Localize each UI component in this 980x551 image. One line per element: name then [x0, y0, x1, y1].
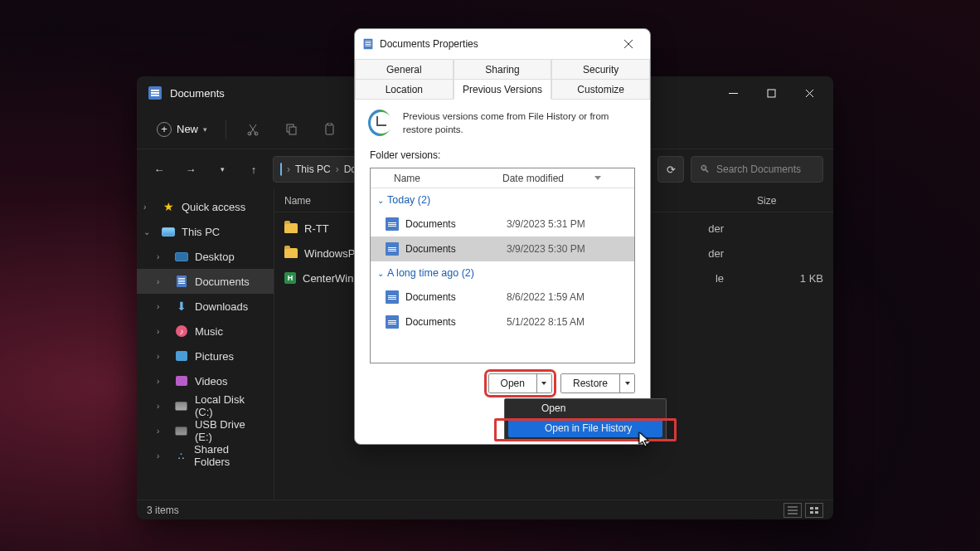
- chevron-down-icon: ⌄: [377, 196, 384, 205]
- chevron-icon: ›: [157, 402, 168, 411]
- sidebar-item-label: Music: [195, 325, 223, 338]
- col-size-header[interactable]: Size: [757, 195, 823, 207]
- sidebar-item[interactable]: ›Desktop: [137, 244, 274, 269]
- sidebar-item-label: Documents: [195, 276, 250, 288]
- documents-icon: [177, 276, 187, 287]
- sidebar-item[interactable]: ›USB Drive (E:): [137, 418, 274, 443]
- svg-point-4: [248, 132, 251, 135]
- cut-button[interactable]: [236, 115, 269, 144]
- sidebar-item-label: Videos: [195, 375, 228, 388]
- recent-chevron-icon[interactable]: ▾: [210, 157, 235, 182]
- tab-general[interactable]: General: [355, 60, 454, 80]
- version-row[interactable]: Documents8/6/2022 1:59 AM: [371, 285, 634, 310]
- sidebar-item[interactable]: ›Local Disk (C:): [137, 393, 274, 418]
- picture-icon: [176, 351, 187, 361]
- status-bar: 3 items: [137, 500, 833, 519]
- sidebar-item-label: USB Drive (E:): [195, 418, 265, 443]
- chevron-down-icon: ⌄: [377, 269, 384, 278]
- star-icon: ★: [163, 200, 174, 213]
- sidebar-item[interactable]: ›Documents: [137, 269, 274, 294]
- svg-rect-7: [289, 127, 296, 134]
- tab-customize[interactable]: Customize: [551, 80, 650, 100]
- version-group-header[interactable]: ⌄A long time ago (2): [371, 261, 634, 285]
- dropdown-item-open[interactable]: Open: [505, 399, 666, 417]
- shared-icon: ⛬: [176, 450, 187, 462]
- paste-button[interactable]: [313, 115, 346, 144]
- sidebar-item[interactable]: ›★Quick access: [137, 194, 274, 219]
- folder-icon: [284, 248, 298, 258]
- tab-location[interactable]: Location: [355, 80, 454, 100]
- open-button-label[interactable]: Open: [489, 374, 536, 393]
- plus-icon: +: [157, 122, 172, 137]
- version-date: 3/9/2023 5:31 PM: [507, 218, 585, 230]
- file-size: 1 KB: [757, 272, 823, 285]
- copy-button[interactable]: [274, 115, 308, 144]
- sidebar-item[interactable]: ›♪Music: [137, 319, 274, 344]
- up-button[interactable]: ↑: [241, 157, 266, 182]
- dropdown-background: Open Open in File History: [504, 398, 667, 441]
- file-name: R-TT: [304, 222, 329, 235]
- restore-split-button[interactable]: Restore: [560, 373, 635, 393]
- close-button[interactable]: [615, 32, 642, 56]
- version-name: Documents: [405, 218, 507, 230]
- chevron-icon: ›: [157, 427, 168, 436]
- history-icon: [368, 110, 391, 136]
- search-input[interactable]: 🔍︎ Search Documents: [691, 156, 823, 183]
- svg-rect-14: [815, 507, 818, 510]
- documents-icon: [386, 290, 399, 304]
- maximize-button[interactable]: [752, 80, 790, 106]
- version-date: 3/9/2023 5:30 PM: [507, 243, 585, 255]
- sidebar-item[interactable]: ›Pictures: [137, 344, 274, 368]
- header-name[interactable]: Name: [371, 168, 499, 188]
- sidebar-item[interactable]: ⌄This PC: [137, 219, 274, 244]
- version-name: Documents: [405, 316, 507, 328]
- version-group-header[interactable]: ⌄Today (2): [371, 188, 634, 212]
- back-button[interactable]: ←: [147, 157, 172, 182]
- chevron-icon: ›: [143, 202, 155, 212]
- minimize-button[interactable]: [714, 80, 752, 106]
- restore-dropdown-arrow[interactable]: [619, 374, 634, 393]
- svg-rect-15: [810, 511, 813, 514]
- open-split-button[interactable]: Open: [488, 373, 552, 393]
- sidebar-item[interactable]: ›⛬Shared Folders: [137, 443, 274, 468]
- forward-button[interactable]: →: [178, 157, 203, 182]
- sidebar-item-label: Pictures: [195, 350, 234, 363]
- svg-rect-1: [768, 90, 775, 97]
- chevron-icon: ›: [157, 377, 168, 386]
- dialog-title: Documents Properties: [380, 38, 478, 50]
- chevron-icon: ›: [157, 277, 168, 286]
- version-row[interactable]: Documents5/1/2022 8:15 AM: [371, 310, 634, 334]
- list-headers[interactable]: Name Date modified: [371, 168, 634, 188]
- tab-sharing[interactable]: Sharing: [454, 60, 552, 80]
- documents-icon: [386, 217, 399, 231]
- sidebar-item[interactable]: ›⬇Downloads: [137, 294, 274, 319]
- folder-versions-list: Name Date modified ⌄Today (2)Documents3/…: [370, 168, 635, 363]
- icons-view-button[interactable]: [805, 503, 823, 518]
- new-button[interactable]: + New ▾: [148, 117, 216, 142]
- music-icon: ♪: [176, 325, 187, 337]
- documents-icon: [148, 86, 162, 100]
- details-view-button[interactable]: [784, 503, 802, 518]
- chevron-icon: ›: [157, 252, 168, 261]
- version-row[interactable]: Documents3/9/2023 5:30 PM: [371, 236, 634, 261]
- breadcrumb-segment[interactable]: This PC: [295, 163, 331, 175]
- version-date: 8/6/2022 1:59 AM: [507, 291, 585, 303]
- dropdown-item-open-file-history[interactable]: Open in File History: [508, 419, 662, 437]
- restore-button-label[interactable]: Restore: [561, 374, 619, 393]
- tab-security[interactable]: Security: [551, 60, 650, 80]
- search-icon: 🔍︎: [700, 163, 710, 175]
- status-text: 3 items: [147, 505, 179, 516]
- dialog-titlebar[interactable]: Documents Properties: [355, 29, 650, 59]
- chevron-right-icon: ›: [336, 163, 339, 175]
- usb-icon: [175, 427, 187, 436]
- sidebar-item-label: Quick access: [182, 201, 245, 213]
- header-date[interactable]: Date modified: [499, 168, 634, 188]
- toolbar-divider: [226, 119, 226, 139]
- tab-previous-versions[interactable]: Previous Versions: [454, 80, 552, 100]
- svg-rect-9: [327, 123, 332, 125]
- sidebar-item[interactable]: ›Videos: [137, 368, 274, 393]
- version-row[interactable]: Documents3/9/2023 5:31 PM: [371, 212, 634, 236]
- open-dropdown-arrow[interactable]: [536, 374, 551, 393]
- close-button[interactable]: [790, 80, 828, 106]
- refresh-button[interactable]: ⟳: [657, 156, 684, 183]
